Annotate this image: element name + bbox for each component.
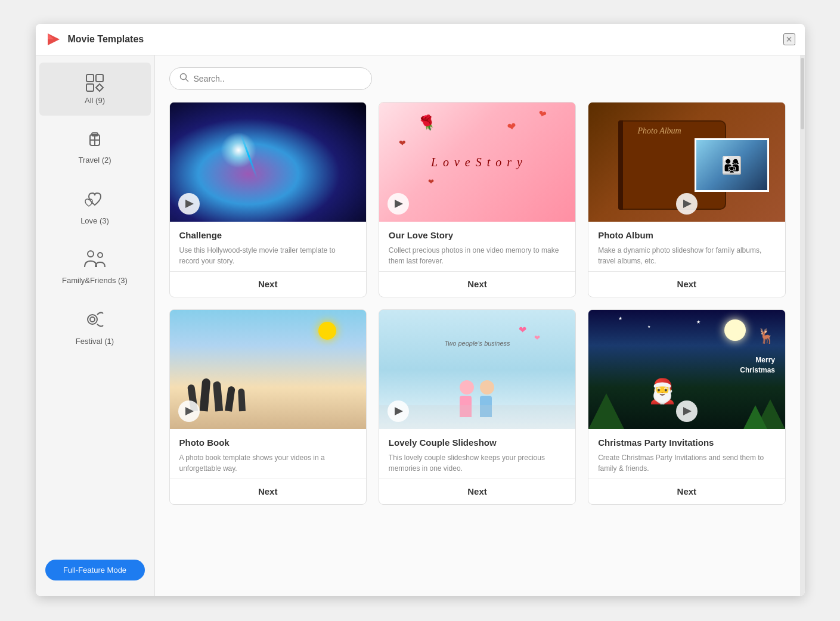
templates-grid: Challenge Use this Hollywood-style movie… — [169, 102, 786, 505]
sidebar-family-label: Family&Friends (3) — [62, 276, 128, 285]
sidebar-item-festival[interactable]: Festival (1) — [39, 298, 151, 356]
sidebar-travel-label: Travel (2) — [78, 156, 111, 164]
template-thumb-love-story[interactable]: 🌹 ❤ ❤ ❤ ❤ L o v e S t o r y — [379, 103, 575, 222]
next-button-lovely-couple[interactable]: Next — [386, 486, 568, 496]
sidebar-item-family[interactable]: Family&Friends (3) — [39, 238, 151, 296]
svg-line-15 — [185, 79, 188, 82]
full-feature-button[interactable]: Full-Feature Mode — [45, 560, 145, 580]
search-bar — [169, 67, 372, 90]
template-desc-christmas: Create Christmas Party Invitations and s… — [598, 452, 775, 474]
play-button-lovely-couple[interactable] — [388, 400, 409, 422]
play-button-christmas[interactable] — [676, 400, 698, 422]
template-desc-love-story: Collect precious photos in one video mem… — [389, 245, 566, 266]
template-info-christmas: Christmas Party Invitations Create Chris… — [588, 429, 785, 479]
play-button-love-story[interactable] — [388, 193, 409, 215]
content-area: Challenge Use this Hollywood-style movie… — [155, 55, 800, 596]
template-info-challenge: Challenge Use this Hollywood-style movie… — [170, 222, 366, 271]
template-info-photo-book: Photo Book A photo book template shows y… — [170, 429, 366, 479]
template-card-love-story: 🌹 ❤ ❤ ❤ ❤ L o v e S t o r y Our Love Sto… — [379, 102, 576, 297]
template-thumb-photo-album[interactable]: 👨‍👩‍👧 Photo Album — [588, 103, 785, 222]
search-input[interactable] — [194, 74, 362, 83]
sidebar-bottom: Full-Feature Mode — [36, 550, 154, 590]
family-icon — [83, 249, 106, 272]
template-desc-photo-book: A photo book template shows your videos … — [179, 452, 357, 474]
template-title-christmas: Christmas Party Invitations — [598, 437, 775, 448]
close-button[interactable]: × — [783, 33, 795, 45]
play-button-photo-album[interactable] — [676, 193, 698, 215]
play-button-challenge[interactable] — [178, 193, 200, 215]
sidebar-all-label: All (9) — [85, 96, 105, 105]
template-next-christmas: Next — [588, 479, 785, 504]
template-thumb-lovely-couple[interactable]: ❤ ❤ Two people's business — [379, 310, 575, 429]
template-card-christmas: ★ ★ ★ 🎅 🦌 MerryChristma — [588, 309, 785, 505]
template-thumb-photo-book[interactable] — [170, 310, 366, 429]
next-button-love-story[interactable]: Next — [386, 279, 568, 289]
svg-rect-4 — [86, 84, 94, 91]
festival-icon — [84, 309, 106, 333]
sidebar-item-love[interactable]: Love (3) — [39, 178, 151, 236]
next-button-christmas[interactable]: Next — [596, 486, 777, 496]
template-desc-photo-album: Make a dynamic photo slideshow for famil… — [598, 245, 775, 266]
template-next-challenge: Next — [170, 271, 366, 297]
title-bar: Movie Templates × — [36, 24, 805, 55]
template-desc-lovely-couple: This lovely couple slideshow keeps your … — [389, 452, 566, 474]
template-title-challenge: Challenge — [179, 230, 357, 240]
template-info-photo-album: Photo Album Make a dynamic photo slidesh… — [588, 222, 785, 271]
template-title-lovely-couple: Lovely Couple Slideshow — [389, 437, 566, 448]
template-next-photo-book: Next — [170, 479, 366, 504]
template-next-lovely-couple: Next — [379, 479, 575, 504]
template-card-photo-album: 👨‍👩‍👧 Photo Album Photo Album Make a dyn… — [588, 102, 785, 297]
template-card-challenge: Challenge Use this Hollywood-style movie… — [169, 102, 367, 297]
template-desc-challenge: Use this Hollywood-style movie trailer t… — [179, 245, 357, 266]
template-info-love-story: Our Love Story Collect precious photos i… — [379, 222, 575, 271]
template-thumb-christmas[interactable]: ★ ★ ★ 🎅 🦌 MerryChristma — [588, 310, 785, 429]
template-title-love-story: Our Love Story — [389, 230, 566, 240]
template-title-photo-book: Photo Book — [179, 437, 357, 448]
svg-point-10 — [88, 251, 94, 257]
template-thumb-challenge[interactable] — [170, 103, 366, 222]
travel-icon — [85, 129, 104, 152]
svg-point-11 — [98, 253, 103, 257]
sidebar-item-all[interactable]: All (9) — [39, 63, 151, 116]
sidebar-festival-label: Festival (1) — [76, 337, 114, 346]
svg-point-13 — [90, 317, 95, 322]
next-button-photo-album[interactable]: Next — [596, 279, 777, 289]
template-title-photo-album: Photo Album — [598, 230, 775, 240]
scrollbar-track[interactable] — [800, 55, 805, 596]
window-title: Movie Templates — [68, 34, 144, 45]
play-button-photo-book[interactable] — [178, 400, 200, 422]
template-card-lovely-couple: ❤ ❤ Two people's business Lovely Couple … — [379, 309, 576, 505]
svg-point-12 — [88, 315, 97, 324]
sidebar: All (9) Travel (2) — [36, 55, 155, 596]
svg-rect-3 — [96, 74, 103, 82]
next-button-photo-book[interactable]: Next — [177, 486, 359, 496]
app-logo-icon — [45, 31, 62, 48]
template-next-love-story: Next — [379, 271, 575, 297]
all-icon — [85, 73, 104, 92]
love-icon — [84, 188, 106, 213]
sidebar-item-travel[interactable]: Travel (2) — [39, 118, 151, 175]
template-next-photo-album: Next — [588, 271, 785, 297]
template-card-photo-book: Photo Book A photo book template shows y… — [169, 309, 367, 505]
next-button-challenge[interactable]: Next — [177, 279, 359, 289]
sidebar-love-label: Love (3) — [80, 216, 109, 225]
svg-rect-2 — [86, 74, 94, 82]
scrollbar-thumb[interactable] — [801, 58, 804, 129]
search-icon — [179, 73, 189, 85]
template-info-lovely-couple: Lovely Couple Slideshow This lovely coup… — [379, 429, 575, 479]
